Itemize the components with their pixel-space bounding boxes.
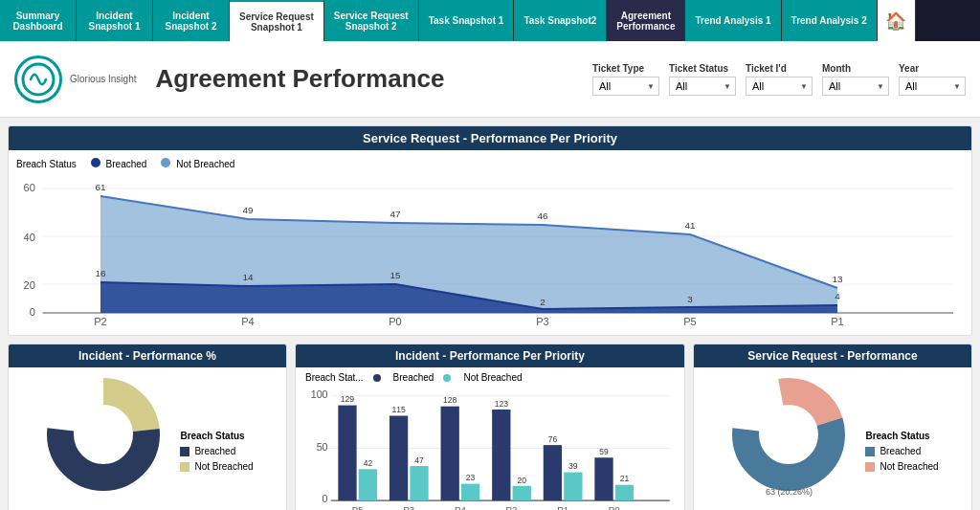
svg-text:P3: P3	[403, 504, 414, 510]
svg-text:P5: P5	[683, 316, 697, 326]
svg-text:20: 20	[24, 279, 35, 290]
svg-text:39: 39	[568, 461, 578, 471]
ticket-status-select[interactable]: All	[669, 77, 736, 96]
not-breached-legend: Not Breached	[161, 158, 234, 169]
incident-pct-title: Incident - Performance %	[9, 344, 286, 367]
svg-text:4: 4	[835, 291, 840, 300]
sr-breach-status-title: Breach Status	[865, 431, 938, 441]
svg-text:P0: P0	[609, 504, 620, 510]
svg-text:47: 47	[414, 455, 424, 465]
svg-text:15: 15	[390, 270, 400, 279]
breached-dot-ip	[373, 374, 381, 382]
svg-text:40: 40	[24, 232, 35, 242]
svg-point-29	[75, 406, 132, 463]
svg-text:60: 60	[24, 182, 35, 192]
sr-not-breached-legend: Not Breached	[865, 461, 938, 472]
ticket-status-label: Ticket Status	[669, 63, 736, 74]
svg-text:23: 23	[466, 473, 476, 482]
incident-priority-bar-container: Breach Stat... Breached Not Breached 100…	[296, 367, 684, 510]
svg-text:P5: P5	[352, 504, 364, 510]
ticket-type-select[interactable]: All	[592, 77, 659, 96]
incident-priority-title: Incident - Performance Per Priority	[296, 344, 684, 367]
ticket-id-select[interactable]: All	[746, 77, 813, 96]
incident-performance-pct-card: Incident - Performance % 192	[8, 344, 287, 510]
not-breached-legend-item: Not Breached	[180, 461, 253, 472]
service-request-chart: Service Request - Performance Per Priori…	[8, 125, 972, 336]
month-filter: Month All	[822, 63, 889, 96]
ticket-id-label: Ticket I'd	[746, 63, 813, 74]
bar-p2-breached	[492, 410, 510, 500]
svg-text:129: 129	[341, 394, 354, 404]
svg-text:P4: P4	[455, 504, 466, 510]
breached-legend: Breached	[91, 158, 147, 169]
bar-p0-not-breached	[615, 485, 634, 500]
sr-perf-donut-container: 63 (20.26%) 248 (79.74%) Breach Status	[694, 367, 971, 510]
nav-home[interactable]: 🏠	[878, 0, 916, 41]
svg-text:0: 0	[30, 306, 35, 317]
nav-summary-dashboard[interactable]: Summary Dashboard	[0, 0, 77, 41]
bar-p5-breached	[338, 406, 356, 501]
bottom-row: Incident - Performance % 192	[8, 344, 972, 510]
nav-task-snapshot-2[interactable]: Task Snapshot2	[514, 0, 607, 41]
nav-service-request-snapshot-2[interactable]: Service Request Snapshot 2	[324, 0, 419, 41]
nav-incident-snapshot-2[interactable]: Incident Snapshot 2	[153, 0, 230, 41]
filters-area: Ticket Type All Ticket Status All Ticket…	[592, 63, 966, 96]
nav-incident-snapshot-1[interactable]: Incident Snapshot 1	[77, 0, 153, 41]
logo-icon	[14, 55, 62, 103]
incident-pct-legend: Breach Status Breached Not Breached	[180, 431, 253, 472]
sr-breached-legend: Breached	[865, 446, 938, 456]
year-select[interactable]: All	[899, 77, 966, 96]
ticket-type-label: Ticket Type	[592, 63, 659, 74]
nav-agreement-performance[interactable]: Agreement Performance	[607, 0, 685, 41]
svg-text:47: 47	[390, 209, 400, 218]
sr-perf-title: Service Request - Performance	[694, 344, 971, 367]
main-content: Service Request - Performance Per Priori…	[0, 118, 980, 510]
page-title: Agreement Performance	[155, 64, 592, 94]
svg-text:16: 16	[95, 268, 105, 277]
svg-text:0: 0	[323, 493, 328, 504]
month-select[interactable]: All	[822, 77, 889, 96]
ticket-status-filter: Ticket Status All	[669, 63, 736, 96]
nav-service-request-snapshot-1[interactable]: Service Request Snapshot 1	[230, 0, 324, 41]
svg-text:P1: P1	[557, 504, 568, 510]
incident-per-priority-card: Incident - Performance Per Priority Brea…	[295, 344, 685, 510]
bar-p1-not-breached	[564, 473, 582, 501]
nav-trend-analysis-1[interactable]: Trend Analysis 1	[685, 0, 781, 41]
svg-text:20: 20	[517, 475, 526, 484]
bar-p3-not-breached	[410, 466, 428, 500]
month-label: Month	[822, 63, 889, 74]
sr-not-breached-label: 63 (20.26%)	[766, 487, 813, 497]
sr-chart-legend: Breach Status Breached Not Breached	[16, 158, 964, 169]
incident-priority-chart-area: 100 50 0 129 42 P5	[305, 388, 675, 510]
svg-text:100: 100	[311, 388, 328, 400]
svg-text:49: 49	[242, 205, 253, 214]
svg-text:P1: P1	[831, 316, 844, 326]
sr-performance-card: Service Request - Performance 63 (20.26%…	[693, 344, 972, 510]
svg-point-56	[760, 406, 817, 463]
svg-text:P0: P0	[389, 316, 402, 326]
svg-text:42: 42	[364, 458, 373, 468]
svg-text:3: 3	[687, 294, 693, 303]
svg-text:14: 14	[242, 272, 253, 281]
not-breached-dot	[161, 158, 170, 167]
not-breached-dot-ip	[443, 374, 451, 382]
breach-status-legend-title: Breach Status	[180, 431, 253, 441]
svg-text:P2: P2	[94, 316, 107, 326]
incident-priority-svg: 100 50 0 129 42 P5	[305, 388, 675, 510]
svg-text:50: 50	[317, 441, 328, 453]
svg-text:128: 128	[443, 395, 457, 405]
bar-p1-breached	[544, 445, 562, 500]
incident-priority-legend: Breach Stat... Breached Not Breached	[305, 372, 675, 383]
svg-text:61: 61	[95, 182, 105, 191]
bar-p5-not-breached	[359, 469, 377, 500]
sr-perf-legend: Breach Status Breached Not Breached	[865, 431, 938, 472]
bar-p4-breached	[441, 407, 459, 500]
year-filter: Year All	[899, 63, 966, 96]
svg-text:76: 76	[548, 434, 558, 444]
sr-perf-donut	[726, 372, 851, 497]
svg-text:21: 21	[620, 474, 630, 483]
incident-pct-donut-container: 192 (23.36%) 630 (76.64%) Breach Status	[9, 367, 286, 510]
nav-trend-analysis-2[interactable]: Trend Analysis 2	[782, 0, 878, 41]
nav-task-snapshot-1[interactable]: Task Snapshot 1	[419, 0, 515, 41]
breached-legend-item: Breached	[180, 446, 253, 456]
